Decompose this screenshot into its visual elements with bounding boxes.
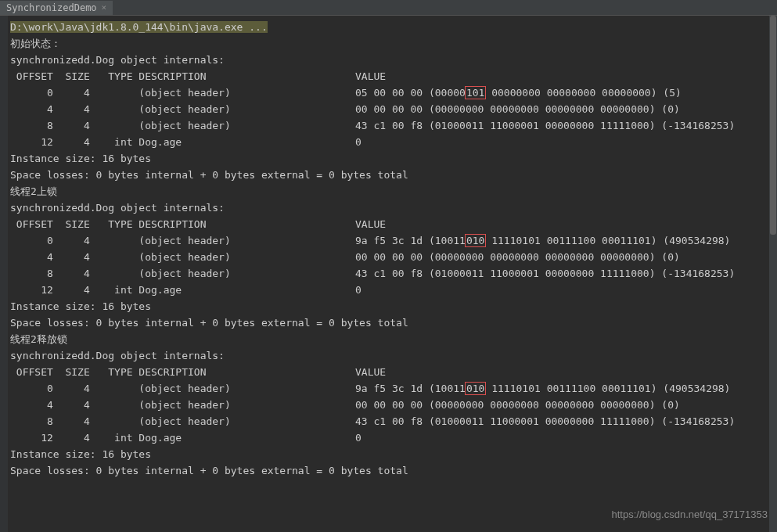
console-line: Instance size: 16 bytes [10,150,777,167]
console-line: 12 4 int Dog.age0 [10,430,777,446]
console-line: 0 4 (object header)05 00 00 00 (00000101… [10,84,777,101]
close-icon[interactable]: × [102,2,107,13]
highlight-annotation: 010 [465,382,486,395]
console-line: 8 4 (object header)43 c1 00 f8 (01000011… [10,117,777,134]
gutter [0,16,8,532]
tab-title: SynchronizedDemo [6,2,97,13]
console-line: synchronizedd.Dog object internals: [10,347,777,364]
console-line: 4 4 (object header)00 00 00 00 (00000000… [10,397,777,413]
command-line: D:\work\Java\jdk1.8.0_144\bin\java.exe .… [10,19,777,35]
console-line: OFFSET SIZE TYPE DESCRIPTIONVALUE [10,364,777,380]
console-line: OFFSET SIZE TYPE DESCRIPTIONVALUE [10,216,777,232]
highlight-annotation: 010 [465,234,486,247]
console-line: 4 4 (object header)00 00 00 00 (00000000… [10,249,777,265]
console-line: synchronizedd.Dog object internals: [10,52,777,68]
console-line: 0 4 (object header)9a f5 3c 1d (10011010… [10,380,777,397]
console-line: Space losses: 0 bytes internal + 0 bytes… [10,167,777,183]
console-line: 12 4 int Dog.age0 [10,282,777,298]
console-line: Space losses: 0 bytes internal + 0 bytes… [10,315,777,331]
console-line: 4 4 (object header)00 00 00 00 (00000000… [10,101,777,117]
tab-bar: SynchronizedDemo × [0,0,777,16]
console-line: 初始状态： [10,35,777,52]
console-line: 线程2释放锁 [10,331,777,347]
console-line: Space losses: 0 bytes internal + 0 bytes… [10,462,777,479]
highlight-annotation: 101 [465,86,486,99]
console-line: 12 4 int Dog.age0 [10,134,777,150]
console-line: 线程2上锁 [10,183,777,200]
tab-synchronized-demo[interactable]: SynchronizedDemo × [0,1,113,15]
console-line: synchronizedd.Dog object internals: [10,200,777,216]
console-line: 8 4 (object header)43 c1 00 f8 (01000011… [10,413,777,430]
console-output[interactable]: D:\work\Java\jdk1.8.0_144\bin\java.exe .… [0,16,777,479]
scrollbar-thumb[interactable] [770,16,776,235]
console-line: Instance size: 16 bytes [10,298,777,315]
console-line: Instance size: 16 bytes [10,446,777,462]
console-line: 8 4 (object header)43 c1 00 f8 (01000011… [10,265,777,282]
vertical-scrollbar[interactable] [769,16,777,532]
console-line: OFFSET SIZE TYPE DESCRIPTIONVALUE [10,68,777,84]
console-line: 0 4 (object header)9a f5 3c 1d (10011010… [10,232,777,249]
watermark: https://blog.csdn.net/qq_37171353 [612,509,768,520]
